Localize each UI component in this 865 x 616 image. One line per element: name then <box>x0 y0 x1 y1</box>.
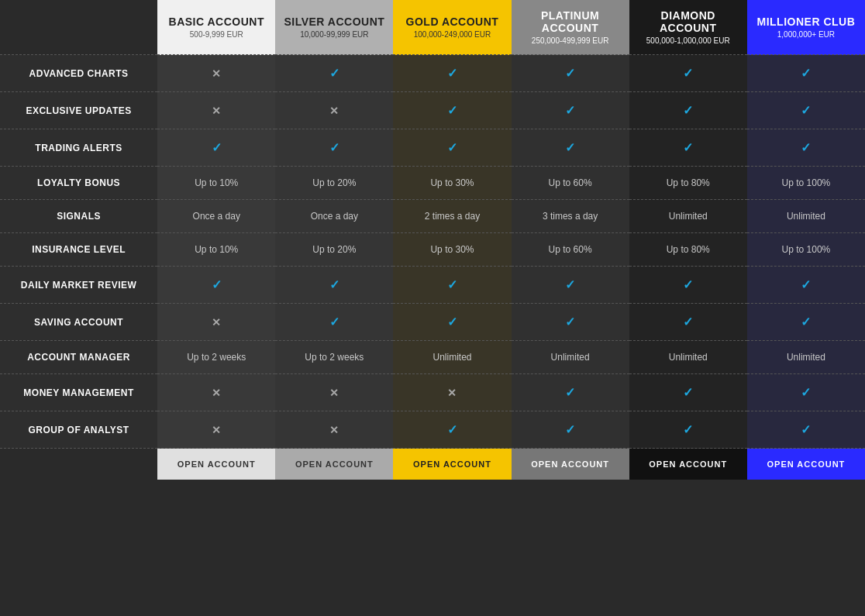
table-body: ADVANCED CHARTS✕✓✓✓✓✓EXCLUSIVE UPDATES✕✕… <box>0 55 865 449</box>
feature-label-3: LOYALTY BONUS <box>0 167 157 200</box>
cell-diamond-10: ✓ <box>629 411 747 449</box>
cell-diamond-8: Unlimited <box>629 341 747 374</box>
cell-millioner-0: ✓ <box>747 55 865 92</box>
cell-basic-4: Once a day <box>157 200 275 233</box>
check-icon: ✓ <box>683 315 693 329</box>
feature-label-8: ACCOUNT MANAGER <box>0 341 157 374</box>
check-icon: ✓ <box>801 278 811 291</box>
cross-icon: ✕ <box>329 424 339 436</box>
cross-icon: ✕ <box>329 105 339 117</box>
open-account-button-gold[interactable]: OPEN ACCOUNT <box>393 449 511 480</box>
table-row: INSURANCE LEVELUp to 10%Up to 20%Up to 3… <box>0 233 865 267</box>
account-range-millioner: 1,000,000+ EUR <box>753 30 859 39</box>
table-row: GROUP OF ANALYST✕✕✓✓✓✓ <box>0 411 865 449</box>
cell-platinum-7: ✓ <box>512 304 629 341</box>
cell-gold-4: 2 times a day <box>393 200 511 233</box>
cross-icon: ✕ <box>212 316 221 329</box>
account-name-diamond: DIAMOND ACCOUNT <box>636 9 741 34</box>
cell-basic-8: Up to 2 weeks <box>157 341 275 374</box>
feature-label-1: EXCLUSIVE UPDATES <box>0 92 157 129</box>
check-icon: ✓ <box>565 278 575 291</box>
cell-platinum-2: ✓ <box>512 129 629 167</box>
account-range-diamond: 500,000-1,000,000 EUR <box>636 36 741 45</box>
open-account-button-silver[interactable]: OPEN ACCOUNT <box>275 449 393 480</box>
check-icon: ✓ <box>329 67 339 80</box>
open-account-button-millioner[interactable]: OPEN ACCOUNT <box>747 449 865 480</box>
check-icon: ✓ <box>565 423 575 436</box>
header-diamond: DIAMOND ACCOUNT500,000-1,000,000 EUR <box>629 0 747 55</box>
cell-basic-2: ✓ <box>157 129 275 167</box>
cross-icon: ✕ <box>212 424 221 436</box>
feature-label-5: INSURANCE LEVEL <box>0 233 157 267</box>
header-gold: GOLD ACCOUNT100,000-249,000 EUR <box>393 0 511 55</box>
cell-silver-4: Once a day <box>275 200 393 233</box>
check-icon: ✓ <box>212 278 222 291</box>
check-icon: ✓ <box>447 423 457 436</box>
cell-diamond-9: ✓ <box>629 374 747 411</box>
check-icon: ✓ <box>447 315 457 329</box>
cell-diamond-1: ✓ <box>629 92 747 129</box>
cell-millioner-3: Up to 100% <box>747 167 865 200</box>
check-icon: ✓ <box>447 141 457 154</box>
check-icon: ✓ <box>683 141 693 154</box>
comparison-table-wrapper: BASIC ACCOUNT500-9,999 EURSILVER ACCOUNT… <box>0 0 865 480</box>
check-icon: ✓ <box>565 141 575 154</box>
cell-basic-6: ✓ <box>157 267 275 304</box>
check-icon: ✓ <box>329 141 339 154</box>
check-icon: ✓ <box>683 386 693 399</box>
check-icon: ✓ <box>565 104 575 117</box>
header-silver: SILVER ACCOUNT10,000-99,999 EUR <box>275 0 393 55</box>
cell-gold-1: ✓ <box>393 92 511 129</box>
open-account-button-diamond[interactable]: OPEN ACCOUNT <box>629 449 747 480</box>
table-row: SAVING ACCOUNT✕✓✓✓✓✓ <box>0 304 865 341</box>
account-range-platinum: 250,000-499,999 EUR <box>518 36 623 45</box>
check-icon: ✓ <box>565 67 575 80</box>
cell-platinum-5: Up to 60% <box>512 233 629 267</box>
cell-millioner-6: ✓ <box>747 267 865 304</box>
cell-platinum-3: Up to 60% <box>512 167 629 200</box>
cell-platinum-0: ✓ <box>512 55 629 92</box>
table-row: ADVANCED CHARTS✕✓✓✓✓✓ <box>0 55 865 92</box>
cell-silver-3: Up to 20% <box>275 167 393 200</box>
cell-gold-10: ✓ <box>393 411 511 449</box>
header-feature <box>0 0 157 55</box>
check-icon: ✓ <box>683 104 693 117</box>
cell-silver-6: ✓ <box>275 267 393 304</box>
table-footer: OPEN ACCOUNTOPEN ACCOUNTOPEN ACCOUNTOPEN… <box>0 449 865 480</box>
check-icon: ✓ <box>447 278 457 291</box>
cell-silver-5: Up to 20% <box>275 233 393 267</box>
open-account-button-basic[interactable]: OPEN ACCOUNT <box>157 449 275 480</box>
cell-millioner-2: ✓ <box>747 129 865 167</box>
header-millioner: MILLIONER CLUB1,000,000+ EUR <box>747 0 865 55</box>
cell-platinum-9: ✓ <box>512 374 629 411</box>
check-icon: ✓ <box>447 67 457 80</box>
cell-gold-5: Up to 30% <box>393 233 511 267</box>
header-basic: BASIC ACCOUNT500-9,999 EUR <box>157 0 275 55</box>
cell-gold-8: Unlimited <box>393 341 511 374</box>
cross-icon: ✕ <box>447 387 457 399</box>
header-platinum: PLATINUM ACCOUNT250,000-499,999 EUR <box>512 0 629 55</box>
cell-gold-6: ✓ <box>393 267 511 304</box>
comparison-table: BASIC ACCOUNT500-9,999 EURSILVER ACCOUNT… <box>0 0 865 480</box>
cell-basic-10: ✕ <box>157 411 275 449</box>
cell-millioner-1: ✓ <box>747 92 865 129</box>
cell-gold-3: Up to 30% <box>393 167 511 200</box>
check-icon: ✓ <box>329 278 339 291</box>
feature-label-10: GROUP OF ANALYST <box>0 411 157 449</box>
open-account-button-platinum[interactable]: OPEN ACCOUNT <box>512 449 629 480</box>
check-icon: ✓ <box>212 141 222 154</box>
cell-silver-9: ✕ <box>275 374 393 411</box>
cell-millioner-9: ✓ <box>747 374 865 411</box>
cross-icon: ✕ <box>329 387 339 399</box>
cell-basic-0: ✕ <box>157 55 275 92</box>
cell-diamond-4: Unlimited <box>629 200 747 233</box>
cell-basic-9: ✕ <box>157 374 275 411</box>
check-icon: ✓ <box>683 67 693 80</box>
cross-icon: ✕ <box>212 387 221 399</box>
account-range-silver: 10,000-99,999 EUR <box>281 30 387 39</box>
check-icon: ✓ <box>565 386 575 399</box>
account-name-millioner: MILLIONER CLUB <box>753 15 859 28</box>
feature-label-6: DAILY MARKET REVIEW <box>0 267 157 304</box>
cell-millioner-8: Unlimited <box>747 341 865 374</box>
feature-label-4: SIGNALS <box>0 200 157 233</box>
